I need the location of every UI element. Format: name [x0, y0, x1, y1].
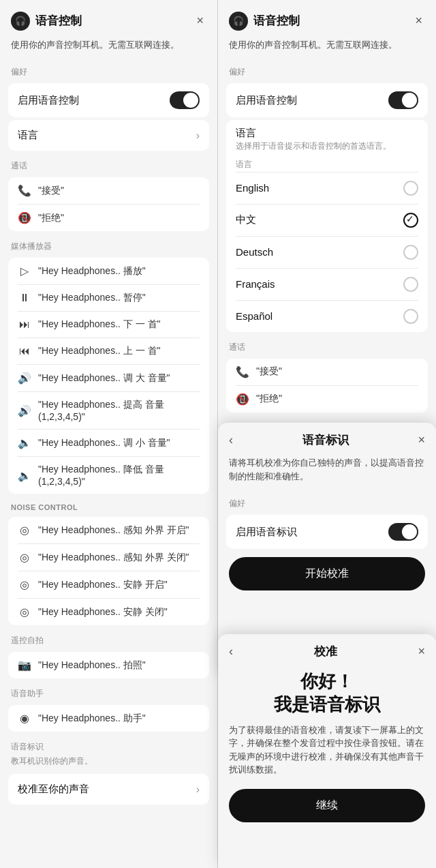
assistant-cmd: "Hey Headphones.. 助手"	[38, 713, 146, 725]
radio-francais	[403, 277, 418, 292]
play-icon: ▷	[18, 265, 31, 278]
continue-button[interactable]: 继续	[229, 789, 425, 822]
list-item: ⏮ "Hey Headphones.. 上 一 首"	[8, 338, 209, 364]
cmd-pause: "Hey Headphones.. 暂停"	[38, 292, 146, 304]
left-media-label: 媒体播放器	[0, 234, 217, 255]
lang-dropdown-desc: 选择用于语音提示和语音控制的首选语言。	[236, 141, 418, 152]
cmd-next: "Hey Headphones.. 下 一 首"	[38, 318, 161, 331]
prev-icon: ⏮	[18, 345, 31, 357]
cmd-vol-down2: "Hey Headphones.. 降低 音量 (1,2,3,4,5)"	[38, 464, 200, 487]
left-calib-nav[interactable]: 校准至你的声音 ›	[8, 774, 209, 805]
headphone-icon: 🎧	[11, 12, 30, 31]
voice-id-enable-toggle[interactable]	[388, 523, 418, 541]
cmd-vol-down: "Hey Headphones.. 调 小 音量"	[38, 437, 170, 449]
vol-up2-icon: 🔊	[18, 404, 31, 417]
voice-id-enable-card: 启用语音标识	[226, 515, 428, 549]
left-remote-label: 遥控自拍	[0, 628, 217, 649]
left-accept-text: "接受"	[38, 185, 64, 197]
right-enable-toggle[interactable]	[388, 91, 418, 109]
cmd-vol-up2: "Hey Headphones.. 提高 音量 (1,2,3,4,5)"	[38, 399, 200, 422]
radio-chinese	[403, 213, 418, 228]
list-item: 🔊 "Hey Headphones.. 提高 音量 (1,2,3,4,5)"	[8, 392, 209, 429]
cmd-prev: "Hey Headphones.. 上 一 首"	[38, 345, 161, 357]
calibrate-title-header: 校准	[314, 644, 337, 659]
list-item: ⏸ "Hey Headphones.. 暂停"	[8, 285, 209, 311]
left-language-card: 语言 ›	[8, 120, 209, 151]
left-enable-toggle-row: 启用语音控制	[8, 83, 209, 117]
noise-on-icon: ◎	[18, 524, 31, 537]
lang-option-espanol[interactable]: Español	[226, 301, 428, 332]
left-reject-text: "拒绝"	[38, 212, 64, 224]
calibrate-close-button[interactable]: ×	[418, 644, 425, 659]
left-assistant-label: 语音助手	[0, 681, 217, 702]
voice-id-title: 语音标识	[302, 432, 349, 448]
radio-deutsch	[403, 245, 418, 260]
voice-id-enable-label: 启用语音标识	[236, 526, 297, 539]
left-enable-toggle[interactable]	[170, 91, 200, 109]
next-icon: ⏭	[18, 318, 31, 331]
right-enable-label: 启用语音控制	[236, 94, 297, 107]
voice-id-enable-row: 启用语音标识	[226, 515, 428, 549]
left-close-button[interactable]: ×	[193, 11, 206, 31]
right-panel-title: 语音控制	[253, 13, 300, 29]
calibrate-header: ‹ 校准 ×	[218, 634, 436, 665]
left-calib-nav-label: 校准至你的声音	[18, 783, 89, 796]
lang-option-francais[interactable]: Français	[226, 269, 428, 300]
cmd-play: "Hey Headphones.. 播放"	[38, 265, 146, 278]
calibrate-desc: 为了获得最佳的语音校准，请复读下一屏幕上的文字，并确保在整个发音过程中按住录音按…	[218, 717, 436, 783]
language-dropdown-card: 语言 选择用于语音提示和语音控制的首选语言。 语言 English 中文 Deu…	[226, 120, 428, 332]
list-item: ▷ "Hey Headphones.. 播放"	[8, 258, 209, 284]
quiet-off-icon: ◎	[18, 605, 31, 618]
left-enable-card: 启用语音控制	[8, 83, 209, 117]
lang-name-francais: Français	[236, 278, 275, 290]
calibrate-back-button[interactable]: ‹	[229, 644, 233, 659]
left-panel-title: 语音控制	[35, 13, 82, 29]
right-close-button[interactable]: ×	[412, 11, 425, 31]
left-reject-row: 📵 "拒绝"	[8, 205, 209, 231]
left-calib-section-label: 语音标识	[0, 734, 217, 755]
left-header-left: 🎧 语音控制	[11, 12, 82, 31]
left-subtitle: 使用你的声音控制耳机。无需互联网连接。	[0, 36, 217, 59]
lang-dropdown-header: 语言 选择用于语音提示和语音控制的首选语言。	[226, 120, 428, 155]
right-phone-reject-icon: 📵	[236, 393, 249, 406]
pause-icon: ⏸	[18, 292, 31, 304]
calibrate-main-title: 你好！我是语音标识	[218, 665, 436, 717]
right-calls-card: 📞 "接受" 📵 "拒绝"	[226, 359, 428, 413]
remote-cmd: "Hey Headphones.. 拍照"	[38, 659, 146, 672]
list-item: ◎ "Hey Headphones.. 感知 外界 开启"	[8, 517, 209, 543]
start-calibration-button[interactable]: 开始校准	[229, 557, 425, 590]
left-assistant-card: ◉ "Hey Headphones.. 助手"	[8, 705, 209, 732]
phone-reject-icon: 📵	[18, 211, 31, 224]
left-language-nav[interactable]: 语言 ›	[8, 120, 209, 151]
voice-id-pref-label: 偏好	[218, 491, 436, 512]
right-headphone-icon: 🎧	[229, 12, 248, 31]
lang-name-espanol: Español	[236, 310, 272, 322]
lang-name-english: English	[236, 182, 269, 194]
lang-name-chinese: 中文	[236, 213, 256, 226]
voice-id-back-button[interactable]: ‹	[229, 433, 233, 447]
lang-option-deutsch[interactable]: Deutsch	[226, 237, 428, 268]
right-reject-row: 📵 "拒绝"	[226, 386, 428, 413]
left-calib-desc: 教耳机识别你的声音。	[0, 755, 217, 771]
list-item: 🔊 "Hey Headphones.. 调 大 音量"	[8, 365, 209, 391]
right-accept-row: 📞 "接受"	[226, 359, 428, 385]
voice-id-close-button[interactable]: ×	[418, 433, 425, 447]
voice-id-body: 请将耳机校准为你自己独特的声音，以提高语音控制的性能和准确性。	[218, 453, 436, 491]
right-enable-card: 启用语音控制	[226, 83, 428, 117]
right-phone-accept-icon: 📞	[236, 365, 249, 378]
lang-option-chinese[interactable]: 中文	[226, 205, 428, 236]
left-panel: 🎧 语音控制 × 使用你的声音控制耳机。无需互联网连接。 偏好 启用语音控制 语…	[0, 0, 218, 868]
cmd-vol-up: "Hey Headphones.. 调 大 音量"	[38, 372, 170, 385]
right-reject-text: "拒绝"	[256, 393, 282, 405]
left-remote-card: 📷 "Hey Headphones.. 拍照"	[8, 652, 209, 678]
voice-id-header: ‹ 语音标识 ×	[218, 423, 436, 453]
noise-cmd-1: "Hey Headphones.. 感知 外界 开启"	[38, 524, 189, 537]
right-pref-label: 偏好	[218, 59, 436, 80]
right-enable-toggle-row: 启用语音控制	[226, 83, 428, 117]
assistant-icon: ◉	[18, 712, 31, 725]
right-calls-label: 通话	[218, 335, 436, 356]
lang-option-english[interactable]: English	[226, 173, 428, 204]
radio-espanol	[403, 309, 418, 324]
noise-card: ◎ "Hey Headphones.. 感知 外界 开启" ◎ "Hey Hea…	[8, 517, 209, 625]
right-panel-header: 🎧 语音控制 ×	[218, 0, 436, 36]
